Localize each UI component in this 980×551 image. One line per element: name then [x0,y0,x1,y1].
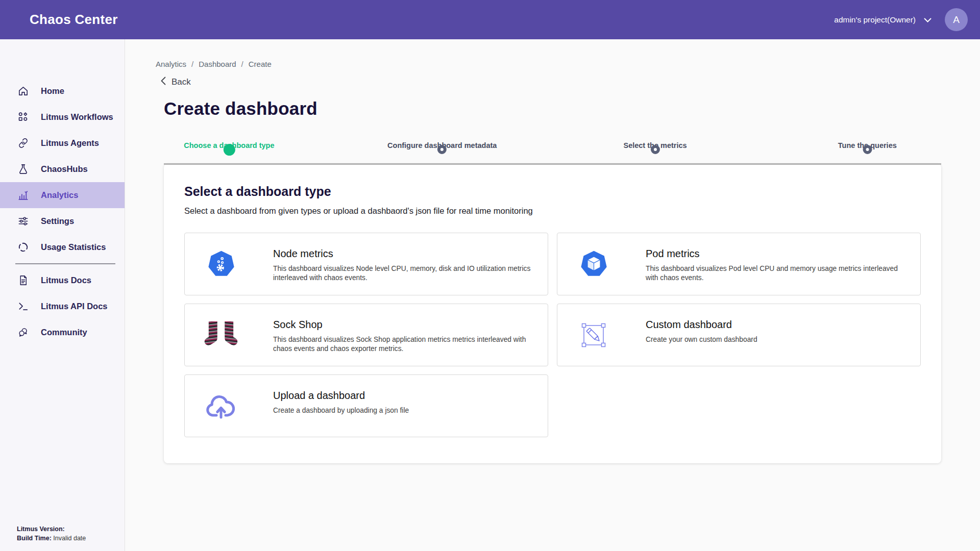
sidebar: Home Litmus Workflows Litmus Agents Chao… [0,39,125,551]
sidebar-item-label: Settings [41,216,74,226]
sidebar-divider [15,263,115,264]
option-card-node-metrics[interactable]: Node metrics This dashboard visualizes N… [184,233,548,295]
option-card-custom-dashboard[interactable]: Custom dashboard Create your own custom … [557,304,921,366]
top-bar: Chaos Center admin's project(Owner) A [0,0,980,39]
sidebar-item-litmus-docs[interactable]: Litmus Docs [0,267,125,293]
option-description: Create your own custom dashboard [646,335,757,344]
sidebar-item-label: Usage Statistics [41,242,106,252]
option-title: Sock Shop [273,319,537,331]
page-title: Create dashboard [164,98,941,119]
option-description: This dashboard visualizes Pod level CPU … [646,264,910,283]
sidebar-item-home[interactable]: Home [0,78,125,104]
sidebar-item-label: Litmus Docs [41,276,91,285]
breadcrumb-item-create[interactable]: Create [249,60,272,68]
flask-icon [17,163,29,176]
option-title: Node metrics [273,248,537,260]
link-icon [17,137,29,149]
avatar-initial: A [953,14,960,26]
version-info: Litmus Version: Build Time: Invalid date [17,524,86,543]
sidebar-item-litmus-agents[interactable]: Litmus Agents [0,130,125,156]
step-dot[interactable] [437,145,447,154]
node-metrics-icon [204,250,238,278]
custom-dashboard-icon [576,321,611,349]
option-title: Custom dashboard [646,319,757,331]
sidebar-item-community[interactable]: Community [0,319,125,345]
sidebar-item-settings[interactable]: Settings [0,208,125,234]
terminal-icon [17,300,29,312]
step-dot[interactable] [863,145,872,154]
option-card-pod-metrics[interactable]: Pod metrics This dashboard visualizes Po… [557,233,921,295]
option-description: Create a dashboard by uploading a json f… [273,406,409,415]
sidebar-item-label: Litmus Workflows [41,112,113,122]
sidebar-item-label: Home [41,86,64,96]
sidebar-item-litmus-workflows[interactable]: Litmus Workflows [0,104,125,130]
app-title: Chaos Center [30,12,118,28]
community-chat-icon [17,326,29,338]
step-dot[interactable] [651,145,660,154]
option-card-upload-dashboard[interactable]: Upload a dashboard Create a dashboard by… [184,374,548,437]
sidebar-item-litmus-api-docs[interactable]: Litmus API Docs [0,293,125,319]
dashboard-type-options: Node metrics This dashboard visualizes N… [184,233,921,437]
step-dot[interactable] [223,144,235,156]
home-icon [17,85,29,97]
back-label: Back [172,77,191,87]
step-tune-the-queries: Tune the queries [838,141,897,149]
sidebar-item-label: Community [41,328,87,337]
sidebar-item-label: Litmus Agents [41,138,99,148]
option-description: This dashboard visualizes Sock Shop appl… [273,335,537,354]
panel-subheading: Select a dashboard from given types or u… [184,206,921,216]
chevron-down-icon [924,15,932,24]
back-button[interactable]: Back [161,77,191,88]
sock-shop-icon [204,320,238,350]
sliders-icon [17,215,29,228]
step-choose-dashboard-type: Choose a dashboard type [184,141,274,149]
panel-heading: Select a dashboard type [184,184,921,199]
breadcrumb-separator: / [241,60,243,68]
sidebar-item-label: Analytics [41,190,78,200]
workflows-icon [17,111,29,123]
upload-dashboard-icon [204,393,238,419]
option-card-sock-shop[interactable]: Sock Shop This dashboard visualizes Sock… [184,304,548,366]
document-icon [17,274,29,286]
step-select-the-metrics: Select the metrics [623,141,687,149]
stepper: Choose a dashboard type Configure dashbo… [164,141,941,164]
avatar[interactable]: A [945,8,968,31]
step-configure-dashboard-metadata: Configure dashboard metadata [387,141,497,149]
pod-metrics-icon [576,250,611,278]
sidebar-item-label: Litmus API Docs [41,302,108,311]
sidebar-item-chaoshubs[interactable]: ChaosHubs [0,156,125,182]
project-name: admin's project(Owner) [834,15,916,24]
analytics-chart-icon [17,189,29,202]
breadcrumb-item-dashboard[interactable]: Dashboard [199,60,236,68]
sidebar-item-usage-statistics[interactable]: Usage Statistics [0,234,125,260]
breadcrumb-separator: / [191,60,193,68]
build-time-value: Invalid date [53,535,86,542]
sidebar-item-label: ChaosHubs [41,164,88,174]
build-time-label: Build Time: [17,535,52,542]
dashboard-type-panel: Select a dashboard type Select a dashboa… [164,164,941,463]
litmus-version-label: Litmus Version: [17,525,65,533]
option-description: This dashboard visualizes Node level CPU… [273,264,537,283]
stepper-connector-line [164,163,941,165]
sidebar-item-analytics[interactable]: Analytics [0,182,125,208]
option-title: Pod metrics [646,248,910,260]
breadcrumb: Analytics / Dashboard / Create [156,60,941,68]
main-content: Analytics / Dashboard / Create Back Crea… [125,39,980,551]
chevron-left-icon [161,77,166,88]
option-title: Upload a dashboard [273,390,409,402]
breadcrumb-item-analytics[interactable]: Analytics [156,60,186,68]
usage-statistics-icon [17,241,29,254]
project-selector[interactable]: admin's project(Owner) [834,15,932,24]
